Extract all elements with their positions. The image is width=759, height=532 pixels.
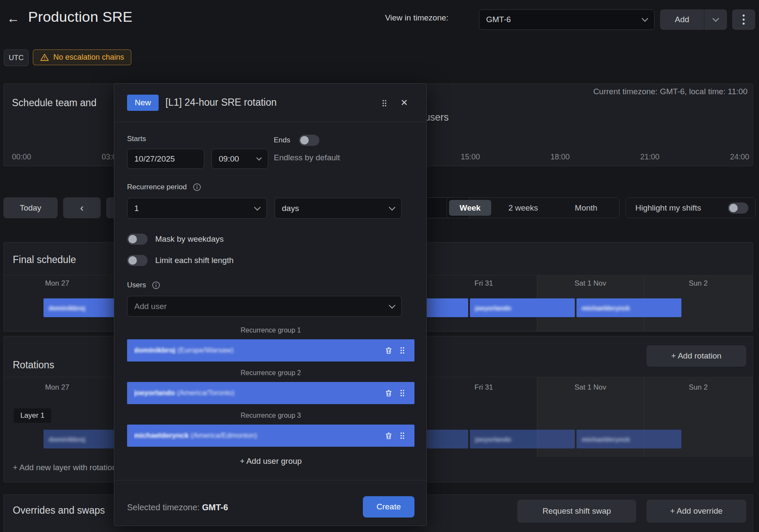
no-escalation-chains-badge[interactable]: No escalation chains (33, 49, 131, 65)
start-date-input[interactable]: 10/27/2025 (127, 149, 204, 169)
rotations-title: Rotations (13, 359, 54, 371)
toggle-knob (300, 136, 309, 145)
recurrence-value-select[interactable]: 1 (127, 198, 267, 219)
limit-shift-length-row: Limit each shift length (127, 255, 234, 266)
chevron-down-icon (256, 155, 262, 161)
recurrence-group-label: Recurrence group 1 (114, 327, 427, 334)
request-shift-swap-label: Request shift swap (542, 506, 611, 516)
toggle-knob (729, 204, 738, 212)
add-user-group-link[interactable]: + Add user group (114, 457, 427, 466)
endless-hint: Endless by default (274, 153, 340, 162)
prev-week-button[interactable]: ‹ (63, 197, 101, 218)
start-time-value: 09:00 (219, 154, 239, 164)
user-name: dominikbroj (134, 346, 175, 354)
starts-label: Starts (127, 135, 146, 143)
overrides-title: Overrides and swaps (13, 505, 105, 516)
time-label: 24:00 (730, 153, 749, 162)
user-group-row[interactable]: dominikbroj (Europe/Warsaw) (127, 339, 414, 361)
drag-handle-icon (382, 99, 387, 107)
create-button[interactable]: Create (363, 496, 414, 518)
layer-badge: Layer 1 (14, 408, 51, 423)
drag-handle-icon (400, 389, 405, 397)
day-label: Mon 27 (45, 279, 70, 287)
day-label: Sun 2 (689, 383, 707, 391)
today-button-label: Today (20, 203, 41, 213)
add-button[interactable]: Add (660, 9, 704, 30)
shift-bar[interactable]: michaelderynck (576, 298, 681, 317)
time-label: 00:00 (12, 153, 31, 162)
utc-badge-label: UTC (9, 54, 24, 62)
selected-timezone-label: Selected timezone: (127, 503, 200, 512)
tab-month[interactable]: Month (555, 203, 617, 213)
highlight-my-shifts-label: Highlight my shifts (635, 203, 701, 213)
chevron-down-icon (642, 15, 649, 22)
delete-user-button[interactable] (381, 429, 396, 442)
add-button-label: Add (675, 15, 689, 24)
add-new-layer-link[interactable]: + Add new layer with rotation (13, 463, 116, 472)
drag-user-handle[interactable] (396, 344, 408, 357)
users-header: Users (127, 281, 160, 289)
toggle-knob (128, 256, 137, 265)
drag-handle-icon (400, 346, 405, 355)
ends-toggle[interactable] (299, 135, 319, 146)
request-shift-swap-button[interactable]: Request shift swap (517, 500, 636, 523)
time-label: 18:00 (550, 153, 570, 162)
shift-bar[interactable]: joeyorlando (470, 298, 575, 317)
limit-shift-length-toggle[interactable] (127, 255, 148, 266)
trash-icon (385, 347, 393, 355)
create-button-label: Create (377, 502, 401, 512)
tab-2-weeks[interactable]: 2 weeks (491, 203, 555, 213)
recurrence-header: Recurrence period (127, 183, 201, 191)
mask-by-weekdays-toggle[interactable] (127, 234, 148, 245)
recurrence-unit-select[interactable]: days (275, 198, 402, 219)
drag-user-handle[interactable] (396, 429, 408, 442)
chevron-down-icon (713, 15, 719, 22)
day-label: Sat 1 Nov (574, 279, 606, 287)
shift-bar[interactable]: michaelderynck (576, 430, 681, 448)
user-group-row[interactable]: michaelderynck (America/Edmonton) (127, 425, 414, 447)
final-schedule-title: Final schedule (13, 254, 76, 266)
shift-bar-label: michaelderynck (582, 304, 630, 312)
recurrence-group-label: Recurrence group 2 (114, 369, 427, 377)
add-user-select[interactable]: Add user (127, 296, 402, 317)
user-timezone: (America/Toronto) (177, 389, 235, 397)
highlight-my-shifts-toggle[interactable] (728, 202, 748, 214)
timezone-select[interactable]: GMT-6 (479, 9, 655, 30)
today-button[interactable]: Today (3, 197, 58, 218)
drag-user-handle[interactable] (396, 387, 408, 399)
modal-drag-handle[interactable] (380, 98, 389, 108)
time-label: 21:00 (640, 153, 659, 162)
rotation-modal: New [L1] 24-hour SRE rotation ✕ Starts E… (114, 83, 427, 526)
add-rotation-button[interactable]: + Add rotation (646, 345, 746, 367)
ends-control: Ends (274, 135, 319, 146)
add-override-button[interactable]: + Add override (646, 500, 746, 523)
current-timezone-text: Current timezone: GMT-6, local time: 11:… (593, 87, 747, 96)
user-name: joeyorlando (134, 389, 175, 397)
mask-by-weekdays-row: Mask by weekdays (127, 234, 224, 245)
start-time-select[interactable]: 09:00 (211, 149, 268, 169)
layer-badge-label: Layer 1 (20, 411, 45, 420)
new-badge-label: New (135, 98, 151, 107)
kebab-icon (742, 14, 745, 25)
warning-badge-label: No escalation chains (53, 53, 124, 62)
warning-icon (40, 53, 49, 61)
close-icon[interactable]: ✕ (398, 96, 410, 109)
drag-handle-icon (400, 431, 405, 440)
info-icon (152, 281, 160, 289)
recurrence-unit-value: days (282, 204, 299, 213)
tab-week[interactable]: Week (449, 200, 491, 216)
delete-user-button[interactable] (381, 387, 396, 399)
back-arrow-icon[interactable]: ← (6, 10, 20, 26)
view-in-timezone-label: View in timezone: (385, 13, 449, 23)
page-title: Production SRE (28, 9, 133, 25)
user-group-row[interactable]: joeyorlando (America/Toronto) (127, 382, 414, 404)
kebab-menu-button[interactable] (732, 9, 755, 30)
shift-bar[interactable]: joeyorlando (470, 430, 575, 448)
utc-badge: UTC (4, 49, 29, 66)
tab-month-label: Month (575, 203, 597, 212)
delete-user-button[interactable] (381, 344, 396, 357)
overview-headline-left: Schedule team and (12, 97, 96, 109)
tab-week-label: Week (460, 203, 481, 213)
add-dropdown-button[interactable] (704, 9, 727, 30)
chevron-down-icon (389, 302, 396, 309)
